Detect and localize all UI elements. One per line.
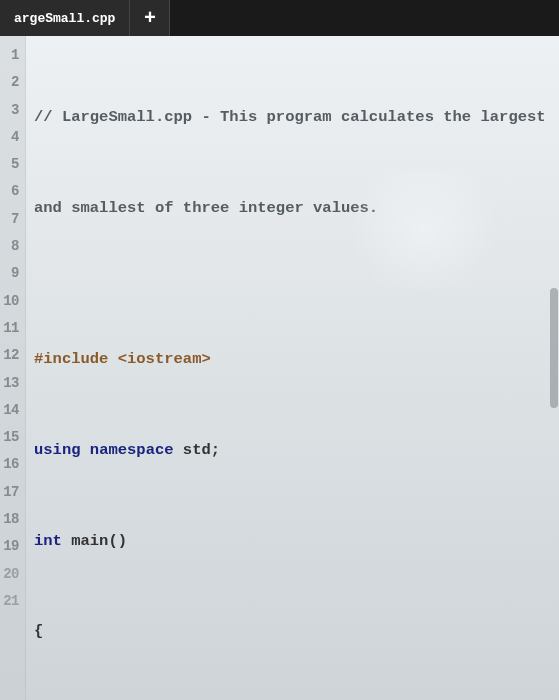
line-number: 21 (0, 588, 19, 615)
code-line: int main() (34, 526, 555, 556)
new-tab-button[interactable]: + (130, 0, 170, 36)
line-number: 13 (0, 370, 19, 397)
line-number: 12 (0, 342, 19, 369)
plus-icon: + (144, 7, 156, 30)
code-line: { (34, 616, 555, 646)
line-number: 16 (0, 451, 19, 478)
line-number: 6 (0, 178, 19, 205)
code-line: #include <iostream> (34, 344, 555, 374)
line-number: 17 (0, 479, 19, 506)
line-number: 8 (0, 233, 19, 260)
line-number: 15 (0, 424, 19, 451)
code-line: and smallest of three integer values. (34, 193, 555, 223)
line-number: 3 (0, 97, 19, 124)
code-line: // LargeSmall.cpp - This program calcula… (34, 102, 555, 132)
line-number: 1 (0, 42, 19, 69)
line-number: 14 (0, 397, 19, 424)
line-number-gutter: 1 2 3 4 5 6 7 8 9 10 11 12 13 14 15 16 1… (0, 36, 26, 700)
line-number: 5 (0, 151, 19, 178)
line-number: 10 (0, 288, 19, 315)
line-number: 9 (0, 260, 19, 287)
scrollbar-thumb[interactable] (550, 288, 558, 408)
tab-file[interactable]: argeSmall.cpp (0, 0, 130, 36)
line-number: 2 (0, 69, 19, 96)
code-area[interactable]: // LargeSmall.cpp - This program calcula… (26, 36, 559, 700)
line-number: 4 (0, 124, 19, 151)
line-number: 20 (0, 561, 19, 588)
line-number: 18 (0, 506, 19, 533)
tab-title: argeSmall.cpp (14, 11, 115, 26)
code-editor[interactable]: 1 2 3 4 5 6 7 8 9 10 11 12 13 14 15 16 1… (0, 36, 559, 700)
tab-bar: argeSmall.cpp + (0, 0, 559, 36)
line-number: 19 (0, 533, 19, 560)
line-number: 11 (0, 315, 19, 342)
line-number: 7 (0, 206, 19, 233)
code-line: using namespace std; (34, 435, 555, 465)
